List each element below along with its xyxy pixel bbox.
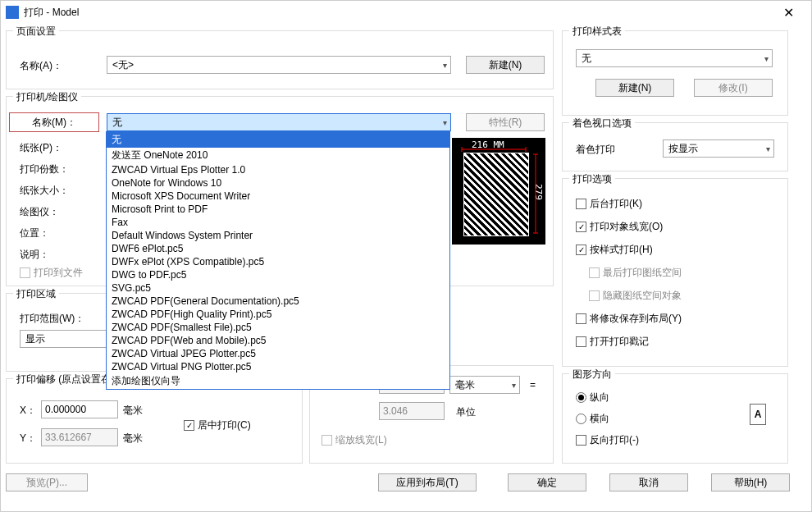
group-print-options: 打印选项 后台打印(K) ✓打印对象线宽(O) ✓按样式打印(H) 最后打印图纸… — [562, 178, 788, 367]
style-select[interactable]: 无▾ — [576, 49, 773, 67]
title-bar: 打印 - Model ✕ — [1, 1, 811, 24]
name-label: 名称(A)： — [20, 59, 62, 73]
printer-option[interactable]: ZWCAD PDF(Web and Mobile).pc5 — [107, 334, 449, 347]
printer-option[interactable]: DWFx ePlot (XPS Compatible).pc5 — [107, 255, 449, 268]
bystyle-check[interactable]: ✓按样式打印(H) — [576, 243, 653, 257]
printer-name-label: 名称(M)： — [10, 113, 98, 131]
background-check[interactable]: 后台打印(K) — [576, 197, 642, 211]
printer-option[interactable]: ZWCAD Virtual Eps Plotter 1.0 — [107, 163, 449, 176]
group-page-setup: 页面设置 名称(A)： <无>▾ 新建(N) — [6, 30, 554, 89]
printer-option[interactable]: OneNote for Windows 10 — [107, 176, 449, 190]
chevron-down-icon: ▾ — [443, 118, 447, 127]
print-to-file-check[interactable]: 打印到文件 — [20, 266, 83, 280]
group-orientation: 图形方向 纵向 横向 反向打印(-) A — [562, 373, 788, 464]
group-viewport: 着色视口选项 着色打印 按显示▾ — [562, 122, 788, 171]
desc-label: 说明： — [20, 248, 49, 262]
stamp-check[interactable]: 打开打印戳记 — [576, 335, 649, 349]
group-style-table: 打印样式表 无▾ 新建(N) 修改(I) — [562, 30, 788, 116]
style-modify-button[interactable]: 修改(I) — [694, 79, 773, 97]
group-offset: 打印偏移 (原点设置在可打印区域) X： 0.000000 毫米 Y： 33.6… — [6, 378, 303, 464]
window-title: 打印 - Model — [24, 6, 770, 20]
paper-label: 纸张(P)： — [20, 141, 62, 155]
ok-button[interactable]: 确定 — [508, 473, 586, 491]
scale-num2[interactable]: 3.046 — [379, 402, 445, 420]
printer-option[interactable]: 发送至 OneNote 2010 — [107, 148, 449, 163]
chevron-down-icon: ▾ — [443, 61, 447, 70]
scale-lineweight-check[interactable]: 缩放线宽(L) — [322, 433, 387, 447]
hide-paper-check[interactable]: 隐藏图纸空间对象 — [589, 289, 682, 303]
preview-button[interactable]: 预览(P)... — [6, 473, 88, 491]
last-paper-check[interactable]: 最后打印图纸空间 — [589, 266, 682, 280]
page-name-select[interactable]: <无>▾ — [107, 56, 451, 74]
reverse-check[interactable]: 反向打印(-) — [576, 433, 639, 447]
x-input[interactable]: 0.000000 — [41, 400, 118, 418]
printer-option[interactable]: ZWCAD PDF(High Quality Print).pc5 — [107, 308, 449, 321]
scope-label: 打印范围(W)： — [20, 312, 84, 326]
landscape-radio[interactable]: 横向 — [576, 412, 609, 426]
y-input[interactable]: 33.612667 — [41, 428, 118, 446]
printer-option[interactable]: ZWCAD Virtual JPEG Plotter.pc5 — [107, 347, 449, 360]
properties-button[interactable]: 特性(R) — [466, 113, 545, 131]
close-icon[interactable]: ✕ — [770, 5, 806, 21]
x-label: X： — [20, 404, 36, 418]
shade-select[interactable]: 按显示▾ — [663, 139, 774, 158]
paper-preview: 216 MM 279 — [452, 138, 545, 245]
printer-name-select[interactable]: 无▾ — [107, 113, 451, 131]
scale-unit-select[interactable]: 毫米▾ — [449, 376, 520, 394]
printer-option[interactable]: 无 — [107, 132, 449, 148]
printer-option[interactable]: Default Windows System Printer — [107, 229, 449, 242]
printer-dropdown[interactable]: 无发送至 OneNote 2010ZWCAD Virtual Eps Plott… — [106, 131, 450, 390]
loc-label: 位置： — [20, 226, 49, 240]
plotter-label: 绘图仪： — [20, 205, 59, 219]
orientation-icon: A — [750, 404, 766, 425]
group-label: 打印区域 — [13, 287, 59, 301]
app-icon — [6, 6, 19, 19]
y-label: Y： — [20, 432, 36, 446]
objlw-check[interactable]: ✓打印对象线宽(O) — [576, 220, 663, 234]
printer-option[interactable]: Microsoft Print to PDF — [107, 203, 449, 216]
printer-option[interactable]: ZWCAD PDF(Smallest File).pc5 — [107, 321, 449, 334]
size-label: 纸张大小： — [20, 184, 69, 198]
printer-option[interactable]: ZWCAD Virtual PNG Plotter.pc5 — [107, 360, 449, 373]
center-check[interactable]: ✓居中打印(C) — [184, 418, 251, 432]
printer-option[interactable]: DWG to PDF.pc5 — [107, 268, 449, 281]
group-label: 页面设置 — [13, 25, 59, 39]
copies-label: 打印份数： — [20, 162, 69, 176]
portrait-radio[interactable]: 纵向 — [576, 391, 609, 405]
new-page-setup-button[interactable]: 新建(N) — [466, 56, 545, 74]
printer-option[interactable]: DWF6 ePlot.pc5 — [107, 242, 449, 255]
save-layout-check[interactable]: 将修改保存到布局(Y) — [576, 312, 682, 326]
printer-option[interactable]: Microsoft XPS Document Writer — [107, 190, 449, 203]
printer-option[interactable]: 添加绘图仪向导 — [107, 373, 449, 389]
group-label: 打印机/绘图仪 — [13, 90, 81, 104]
style-new-button[interactable]: 新建(N) — [595, 79, 674, 97]
printer-option[interactable]: SVG.pc5 — [107, 281, 449, 295]
cancel-button[interactable]: 取消 — [609, 473, 688, 491]
help-button[interactable]: 帮助(H) — [711, 473, 790, 491]
printer-option[interactable]: Fax — [107, 216, 449, 229]
printer-option[interactable]: ZWCAD PDF(General Documentation).pc5 — [107, 295, 449, 308]
apply-button[interactable]: 应用到布局(T) — [378, 473, 477, 491]
